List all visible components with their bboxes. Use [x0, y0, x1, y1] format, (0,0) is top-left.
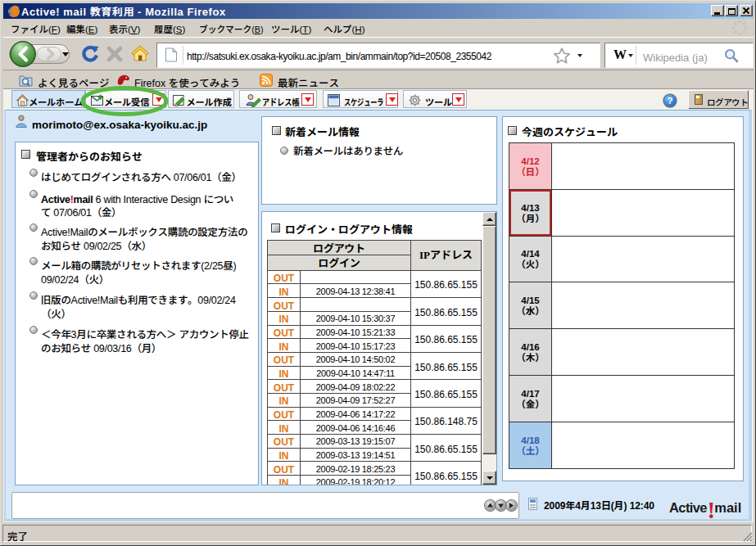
svg-text:?: ?	[667, 96, 672, 106]
